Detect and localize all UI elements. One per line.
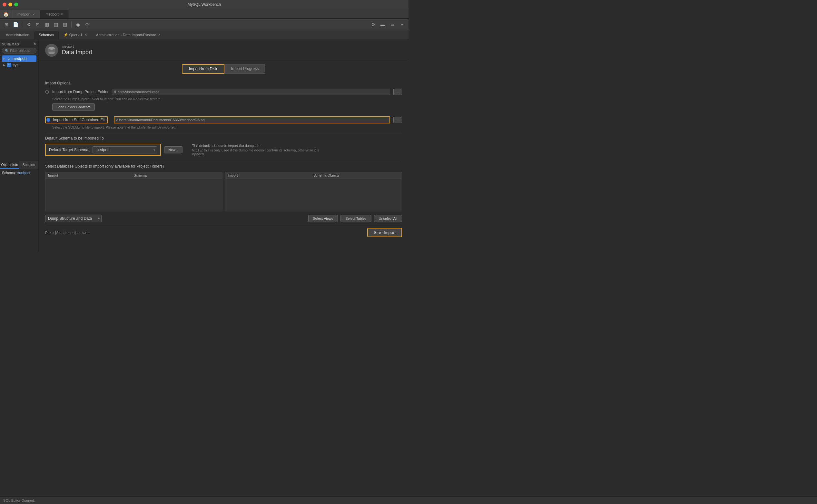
sidebar-header: SCHEMAS ↻ bbox=[2, 42, 36, 46]
load-folder-btn[interactable]: Load Folder Contents bbox=[52, 103, 95, 111]
toolbar-new-connection[interactable]: ⊞ bbox=[3, 21, 10, 28]
toolbar-sep-1 bbox=[22, 21, 22, 28]
db-objects-tables: Import Schema Import Schema Objects bbox=[45, 172, 402, 211]
titlebar: MySQL Workbench bbox=[0, 0, 408, 9]
divider-3 bbox=[45, 225, 402, 225]
bottom-controls: Dump Structure and Data Dump Structure O… bbox=[45, 215, 402, 222]
toolbar: ⊞ 📄 ⚙ ⊡ ▦ ▧ ▤ ◉ ⊙ ⚙ ▬ ▭ ▪ bbox=[0, 19, 408, 30]
sidebar-refresh-icon[interactable]: ↻ bbox=[33, 42, 37, 46]
schema-note-body: NOTE: this is only used if the dump file… bbox=[192, 148, 321, 156]
import-body: Import Options Import from Dump Project … bbox=[39, 78, 408, 240]
sidebar-filter-box[interactable]: 🔍 bbox=[2, 48, 36, 53]
maximize-button[interactable] bbox=[14, 3, 18, 6]
self-contained-path-input[interactable] bbox=[114, 116, 390, 123]
sidebar-spacer bbox=[0, 70, 38, 161]
radio-self-contained[interactable] bbox=[46, 118, 50, 122]
svg-point-2 bbox=[48, 52, 55, 54]
self-contained-label[interactable]: Import from Self-Contained File bbox=[53, 118, 107, 122]
sidebar-filter-input[interactable] bbox=[10, 49, 36, 53]
db-objects-section: Select Database Objects to Import (only … bbox=[45, 164, 402, 222]
sidebar-item-medport[interactable]: ▶ ⬡ medport bbox=[2, 55, 36, 62]
toolbar-btn-6[interactable]: ▧ bbox=[52, 21, 60, 28]
final-row: Press [Start Import] to start... Start I… bbox=[45, 228, 402, 237]
dump-folder-browse-btn[interactable]: ... bbox=[393, 89, 402, 95]
unselect-all-btn[interactable]: Unselect All bbox=[374, 215, 402, 222]
tab-medport-1[interactable]: medport ✕ bbox=[12, 10, 40, 18]
col-import-2: Import bbox=[228, 173, 314, 177]
db-table-right-header: Import Schema Objects bbox=[225, 172, 402, 179]
db-table-left: Import Schema bbox=[45, 172, 222, 211]
toolbar-btn-5[interactable]: ▦ bbox=[43, 21, 51, 28]
tab-close-icon[interactable]: ✕ bbox=[32, 13, 35, 16]
query-tab-close-icon[interactable]: ✕ bbox=[84, 33, 87, 36]
db-table-right: Import Schema Objects bbox=[225, 172, 402, 211]
import-tab-progress[interactable]: Import Progress bbox=[224, 64, 265, 74]
tabbar: 🏠 medport ✕ medport ✕ bbox=[0, 9, 408, 19]
toolbar-layout-1[interactable]: ▬ bbox=[379, 21, 386, 28]
toolbar-layout-2[interactable]: ▭ bbox=[388, 21, 396, 28]
close-button[interactable] bbox=[3, 3, 6, 6]
toolbar-settings-icon[interactable]: ⚙ bbox=[369, 21, 377, 28]
db-table-right-body bbox=[225, 179, 402, 211]
new-schema-btn[interactable]: New... bbox=[164, 146, 182, 153]
toolbar-btn-4[interactable]: ⊡ bbox=[34, 21, 42, 28]
app-title: MySQL Workbench bbox=[188, 2, 221, 7]
dump-folder-path-input[interactable] bbox=[112, 89, 390, 95]
navtab-schemas[interactable]: Schemas bbox=[34, 31, 59, 39]
db-objects-title: Select Database Objects to Import (only … bbox=[45, 164, 402, 169]
sidebar-arrow-sys: ▶ bbox=[3, 63, 5, 67]
content-area: medport Data Import Import from Disk Imp… bbox=[39, 39, 408, 252]
tab-object-info[interactable]: Object Info bbox=[0, 161, 19, 169]
tab-session[interactable]: Session bbox=[19, 161, 39, 169]
import-tabs: Import from Disk Import Progress bbox=[39, 60, 408, 78]
self-contained-hint: Select the SQL/dump file to import. Plea… bbox=[52, 125, 402, 129]
lightning-icon: ⚡ bbox=[63, 33, 68, 37]
sidebar-bottom-content: Schema: medport bbox=[0, 169, 38, 177]
select-tables-btn[interactable]: Select Tables bbox=[340, 215, 371, 222]
schema-section: Default Schema to be Imported To Default… bbox=[45, 136, 402, 156]
schema-icon-medport: ⬡ bbox=[7, 56, 11, 61]
sidebar: SCHEMAS ↻ 🔍 ▶ ⬡ medport ▶ ⬡ sys Object I… bbox=[0, 39, 39, 252]
toolbar-sep-2 bbox=[71, 21, 72, 28]
schema-label-text: Default Target Schema: bbox=[49, 148, 89, 152]
start-import-button[interactable]: Start Import bbox=[367, 228, 402, 237]
divider-1 bbox=[45, 132, 402, 132]
col-schema-objects: Schema Objects bbox=[313, 173, 399, 177]
schema-select[interactable]: medport sys bbox=[92, 146, 157, 153]
minimize-button[interactable] bbox=[8, 3, 12, 6]
navtab-query1[interactable]: ⚡ Query 1 ✕ bbox=[59, 31, 92, 39]
radio-dump-folder[interactable] bbox=[45, 90, 49, 94]
toolbar-btn-8[interactable]: ◉ bbox=[74, 21, 82, 28]
window-controls[interactable] bbox=[3, 3, 18, 6]
import-tab-disk[interactable]: Import from Disk bbox=[182, 64, 224, 74]
press-hint-text: Press [Start Import] to start... bbox=[45, 231, 91, 235]
tab-home[interactable]: 🏠 bbox=[0, 10, 12, 18]
toolbar-btn-7[interactable]: ▤ bbox=[61, 21, 69, 28]
sidebar-item-sys[interactable]: ▶ ⬡ sys bbox=[2, 62, 36, 68]
toolbar-right: ⚙ ▬ ▭ ▪ bbox=[369, 21, 406, 28]
toolbar-btn-3[interactable]: ⚙ bbox=[25, 21, 33, 28]
import-tab-close-icon[interactable]: ✕ bbox=[158, 33, 160, 36]
col-schema-1: Schema bbox=[134, 173, 219, 177]
tab-close-active-icon[interactable]: ✕ bbox=[61, 13, 63, 16]
dump-type-select[interactable]: Dump Structure and Data Dump Structure O… bbox=[45, 215, 102, 222]
dump-folder-label[interactable]: Import from Dump Project Folder bbox=[52, 90, 109, 94]
toolbar-open[interactable]: 📄 bbox=[12, 21, 19, 28]
import-header: medport Data Import bbox=[39, 39, 408, 60]
sidebar-section: SCHEMAS ↻ 🔍 ▶ ⬡ medport ▶ ⬡ sys bbox=[0, 39, 38, 70]
navtab-admin-import[interactable]: Administration - Data Import/Restore ✕ bbox=[92, 31, 165, 39]
schema-note-title: The default schema to import the dump in… bbox=[192, 144, 321, 148]
sidebar-bottom: Object Info Session Schema: medport bbox=[0, 161, 38, 252]
sidebar-arrow-medport: ▶ bbox=[3, 57, 5, 60]
main-layout: SCHEMAS ↻ 🔍 ▶ ⬡ medport ▶ ⬡ sys Object I… bbox=[0, 39, 408, 252]
tab-medport-2[interactable]: medport ✕ bbox=[40, 10, 68, 18]
toolbar-layout-3[interactable]: ▪ bbox=[398, 21, 406, 28]
select-views-btn[interactable]: Select Views bbox=[308, 215, 338, 222]
self-contained-browse-btn[interactable]: ... bbox=[393, 117, 402, 123]
toolbar-btn-9[interactable]: ⊙ bbox=[83, 21, 91, 28]
navtabs: Administration Schemas ⚡ Query 1 ✕ Admin… bbox=[0, 30, 408, 39]
import-main-title: Data Import bbox=[62, 49, 92, 56]
schema-row: Default Target Schema: medport sys ▾ bbox=[45, 144, 161, 156]
navtab-administration[interactable]: Administration bbox=[1, 31, 34, 39]
col-import-1: Import bbox=[48, 173, 134, 177]
